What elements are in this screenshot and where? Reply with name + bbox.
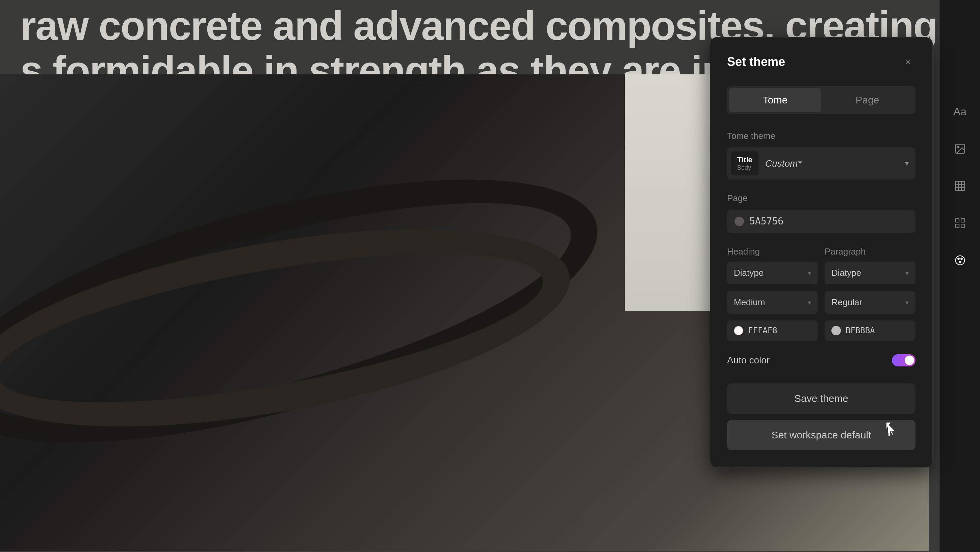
svg-point-11	[955, 256, 964, 265]
heading-font-arrow: ▾	[808, 269, 811, 277]
page-section: Page 5A5756	[727, 193, 915, 233]
heading-font-value: Diatype	[734, 268, 764, 278]
font-labels: Heading Diatype ▾ Paragraph Diatype ▾	[727, 246, 915, 284]
swatches-row: FFFAF8 BFBBBA	[727, 321, 915, 341]
page-color-value: 5A5756	[749, 216, 783, 227]
heading-label: Heading	[727, 246, 818, 257]
paragraph-color-value: BFBBBA	[846, 326, 875, 335]
page-color-row[interactable]: 5A5756	[727, 210, 915, 233]
palette-icon[interactable]	[950, 250, 970, 270]
heading-weight-value: Medium	[734, 297, 765, 308]
save-theme-button[interactable]: Save theme	[727, 383, 915, 414]
heading-color-dot	[734, 326, 743, 335]
theme-dropdown-arrow: ▾	[905, 159, 912, 168]
image-icon[interactable]	[950, 139, 970, 159]
paragraph-font-arrow: ▾	[905, 269, 909, 277]
tab-tome[interactable]: Tome	[729, 88, 821, 112]
heading-font-select[interactable]: Diatype ▾	[727, 262, 818, 284]
page-color-dot	[735, 217, 744, 226]
paragraph-weight-select[interactable]: Regular ▾	[825, 291, 915, 314]
theme-panel: Set theme × Tome Page Tome theme Title B…	[710, 37, 933, 467]
table-icon[interactable]	[950, 176, 970, 196]
theme-name: Custom*	[762, 158, 902, 169]
set-workspace-default-button[interactable]: Set workspace default	[727, 420, 915, 450]
svg-point-12	[958, 258, 959, 260]
heading-col: Heading Diatype ▾	[727, 246, 818, 284]
text-icon[interactable]: Aa	[950, 101, 970, 122]
auto-color-toggle[interactable]	[892, 354, 915, 367]
svg-rect-9	[955, 224, 959, 228]
paragraph-weight-value: Regular	[831, 297, 862, 308]
badge-title: Title	[737, 155, 752, 164]
paragraph-weight-arrow: ▾	[905, 298, 909, 306]
auto-color-row: Auto color	[727, 354, 915, 367]
heading-color-value: FFFAF8	[748, 326, 777, 335]
grid-icon[interactable]	[950, 213, 970, 233]
heading-color-swatch[interactable]: FFFAF8	[727, 321, 818, 341]
tab-page[interactable]: Page	[821, 88, 913, 112]
paragraph-col: Paragraph Diatype ▾	[825, 246, 915, 284]
theme-selector-row[interactable]: Title Body Custom* ▾	[727, 147, 915, 179]
svg-point-13	[961, 258, 963, 260]
page-label: Page	[727, 193, 915, 204]
badge-body: Body	[737, 164, 752, 171]
panel-header: Set theme ×	[727, 54, 915, 69]
paragraph-color-dot	[831, 326, 841, 335]
heading-weight-arrow: ▾	[808, 298, 811, 306]
tab-switcher: Tome Page	[727, 86, 915, 114]
svg-point-14	[959, 261, 961, 263]
paragraph-label: Paragraph	[825, 246, 915, 257]
right-toolbar: Aa	[939, 0, 980, 552]
svg-rect-8	[961, 219, 965, 222]
svg-point-1	[958, 146, 959, 148]
close-button[interactable]: ×	[900, 54, 915, 69]
svg-rect-10	[961, 224, 965, 228]
svg-rect-2	[955, 182, 964, 191]
paragraph-color-swatch[interactable]: BFBBBA	[825, 321, 915, 341]
heading-weight-select[interactable]: Medium ▾	[727, 291, 818, 314]
auto-color-label: Auto color	[727, 355, 770, 366]
toggle-knob	[905, 356, 914, 365]
paragraph-font-select[interactable]: Diatype ▾	[825, 262, 915, 284]
theme-preview-badge: Title Body	[731, 152, 759, 175]
weight-selects: Medium ▾ Regular ▾	[727, 291, 915, 314]
svg-rect-7	[955, 219, 959, 222]
tome-theme-label: Tome theme	[727, 131, 915, 141]
paragraph-font-value: Diatype	[831, 268, 861, 278]
panel-title: Set theme	[727, 55, 785, 69]
